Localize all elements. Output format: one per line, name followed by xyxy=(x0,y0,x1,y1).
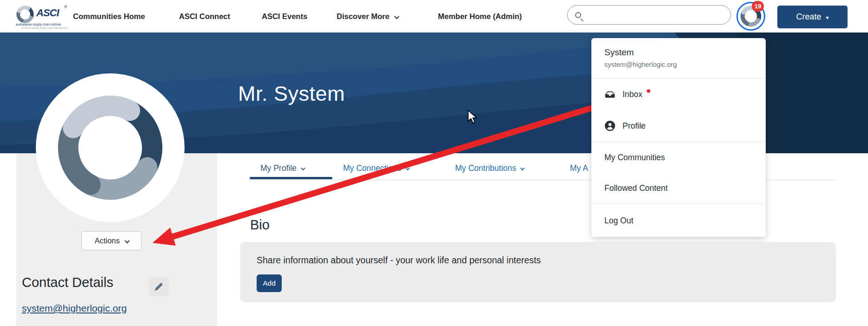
registered-mark: ® xyxy=(64,5,67,9)
active-tab-underline xyxy=(250,177,332,179)
edit-contact-button[interactable] xyxy=(149,277,169,296)
nav-item-member-home-admin[interactable]: Member Home (Admin) xyxy=(438,0,522,33)
caret-down-icon: ▾ xyxy=(826,14,829,21)
tab-label: My Profile xyxy=(260,163,297,173)
menu-item-profile[interactable]: Profile xyxy=(591,110,766,142)
nav-item-discover-more[interactable]: Discover More xyxy=(337,0,398,33)
create-button-label: Create xyxy=(796,12,821,21)
profile-avatar xyxy=(36,73,185,222)
person-icon xyxy=(604,120,616,131)
chevron-down-icon xyxy=(405,166,410,170)
nav-item-communities-home[interactable]: Communities Home xyxy=(73,0,145,33)
unread-indicator-dot xyxy=(647,89,650,93)
search-input[interactable] xyxy=(581,6,730,24)
bio-heading: Bio xyxy=(250,217,270,233)
search-box[interactable] xyxy=(567,5,731,25)
logo-brand-text: ASCI xyxy=(36,7,59,19)
menu-item-log-out[interactable]: Log Out xyxy=(591,204,766,237)
tab-label: My A xyxy=(570,163,588,173)
tab-my-connections[interactable]: My Connections xyxy=(343,163,409,176)
page: Mr. System Actions Contact Details syste… xyxy=(0,0,868,326)
menu-item-label: Profile xyxy=(623,121,646,131)
menu-item-inbox[interactable]: Inbox xyxy=(591,78,766,110)
user-dropdown-menu: System system@higherlogic.org Inbox Prof xyxy=(591,38,766,237)
tab-my-profile[interactable]: My Profile xyxy=(260,163,304,176)
tab-my-contributions[interactable]: My Contributions xyxy=(455,163,523,176)
tab-label: My Contributions xyxy=(455,163,516,173)
add-bio-button[interactable]: Add xyxy=(257,274,282,292)
user-name: System xyxy=(604,47,753,58)
chevron-down-icon xyxy=(124,238,129,243)
logo-tagline-2: Professionalising Supply Chain Managemen… xyxy=(21,26,77,29)
user-menu-header: System system@higherlogic.org xyxy=(591,38,766,78)
user-email: system@higherlogic.org xyxy=(604,61,753,68)
menu-item-label: Inbox xyxy=(623,90,643,99)
asci-swirl-logo-icon xyxy=(53,91,167,204)
bio-empty-text: Share information about yourself - your … xyxy=(257,255,541,266)
bio-empty-card: Share information about yourself - your … xyxy=(240,242,836,302)
asci-swirl-logo-icon xyxy=(16,5,34,24)
actions-button[interactable]: Actions xyxy=(81,231,141,250)
contact-email-link[interactable]: system@higherlogic.org xyxy=(22,303,127,314)
actions-button-label: Actions xyxy=(94,236,119,245)
inbox-icon xyxy=(604,89,616,100)
contact-details-heading: Contact Details xyxy=(22,275,113,290)
nav-item-asci-events[interactable]: ASCI Events xyxy=(262,0,307,33)
nav-item-asci-connect[interactable]: ASCI Connect xyxy=(179,0,230,33)
notification-badge[interactable]: 19 xyxy=(752,1,764,12)
menu-item-my-communities[interactable]: My Communities xyxy=(591,142,766,173)
chevron-down-icon xyxy=(301,166,305,170)
create-button[interactable]: Create▾ xyxy=(777,6,848,28)
logo-tagline-1: australasian supply chain institute xyxy=(16,23,76,26)
chevron-down-icon xyxy=(394,14,399,19)
search-icon xyxy=(575,12,581,18)
chevron-down-icon xyxy=(520,166,525,170)
tab-label: My Connections xyxy=(343,163,401,173)
menu-item-followed-content[interactable]: Followed Content xyxy=(591,173,766,203)
asci-logo[interactable]: ASCI ® australasian supply chain institu… xyxy=(16,4,76,29)
tab-my-account[interactable]: My A xyxy=(570,163,588,176)
page-title: Mr. System xyxy=(238,82,345,106)
pencil-icon xyxy=(155,283,163,291)
nav-item-label: Discover More xyxy=(337,12,390,20)
top-navigation-bar: ASCI ® australasian supply chain institu… xyxy=(0,0,868,33)
